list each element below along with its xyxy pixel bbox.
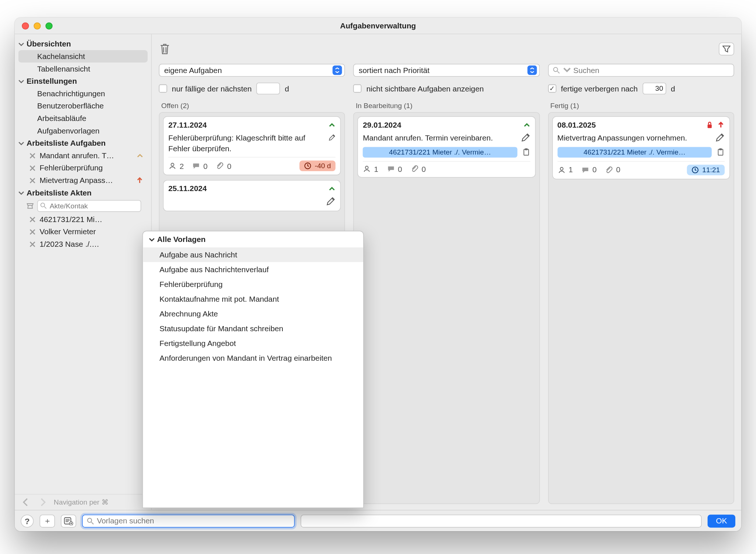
case-tag[interactable]: 4621731/221 Mieter ./. Vermie…: [363, 147, 517, 157]
popup-item[interactable]: Fertigstellung Angebot: [143, 336, 363, 350]
sidebar-item-arbeitsablaeufe[interactable]: Arbeitsabläufe: [18, 112, 148, 125]
assignees-count[interactable]: 2: [168, 162, 184, 170]
column-header: In Bearbeitung (1): [353, 100, 540, 112]
template-search-field[interactable]: [82, 514, 295, 527]
close-icon[interactable]: [29, 228, 36, 235]
popup-item[interactable]: Kontaktaufnahme mit pot. Mandant: [143, 291, 363, 306]
only-due-checkbox[interactable]: [159, 84, 167, 93]
sidebar-item-benutzeroberflaeche[interactable]: Benutzeroberfläche: [18, 100, 148, 112]
task-card[interactable]: 25.11.2024: [163, 180, 341, 211]
attachments-count[interactable]: 0: [410, 165, 426, 173]
column-header: Offen (2): [159, 100, 345, 112]
sidebar-group-arbeitsliste-akten[interactable]: Arbeitsliste Akten: [15, 187, 151, 199]
task-card[interactable]: 08.01.2025 Mietvertrag Anpassungen vorne…: [552, 116, 730, 179]
popup-item[interactable]: Abrechnung Akte: [143, 306, 363, 321]
clipboard-icon[interactable]: [717, 148, 725, 156]
akte-search-input[interactable]: [37, 200, 141, 212]
popup-item[interactable]: Aufgabe aus Nachrichtenverlauf: [143, 262, 363, 277]
task-card[interactable]: 29.01.2024 Mandant anrufen. Termin verei…: [358, 116, 536, 177]
card-date: 08.01.2025: [557, 120, 596, 129]
help-button[interactable]: ?: [21, 514, 34, 527]
sidebar-group-uebersichten[interactable]: Übersichten: [15, 38, 151, 50]
nav-forward-button[interactable]: [37, 497, 48, 508]
attachments-count[interactable]: 0: [605, 165, 621, 174]
sidebar-akte-1-2023[interactable]: 1/2023 Nase ./.…: [18, 238, 148, 250]
sidebar-item-aufgabenvorlagen[interactable]: Aufgabenvorlagen: [18, 125, 148, 137]
sidebar-item-benachrichtigungen[interactable]: Benachrichtigungen: [18, 87, 148, 100]
chevron-up-icon[interactable]: [523, 121, 530, 128]
only-due-days-input[interactable]: [257, 83, 280, 94]
close-icon[interactable]: [29, 240, 36, 247]
filter-icon: [722, 45, 731, 53]
popup-item[interactable]: Anforderungen von Mandant in Vertrag ein…: [143, 350, 363, 365]
popup-item[interactable]: Aufgabe aus Nachricht: [143, 247, 363, 262]
nav-back-button[interactable]: [21, 497, 31, 508]
edit-icon[interactable]: [326, 197, 336, 206]
sort-select[interactable]: sortiert nach Priorität: [353, 64, 540, 77]
sidebar-task-mietvertrag[interactable]: Mietvertrag Anpass…: [18, 174, 148, 187]
window-zoom-button[interactable]: [45, 22, 52, 30]
assignees-count[interactable]: 1: [557, 165, 573, 174]
comments-count[interactable]: 0: [581, 165, 597, 174]
chevron-up-icon[interactable]: [329, 185, 336, 192]
trash-icon[interactable]: [159, 42, 171, 55]
sidebar-item-tabellenansicht[interactable]: Tabellenansicht: [18, 63, 148, 75]
comments-count[interactable]: 0: [386, 165, 402, 173]
task-card[interactable]: 27.11.2024 Fehlerüberprüfung: Klageschri…: [163, 116, 341, 175]
popup-item[interactable]: Fehlerüberprüfung: [143, 277, 363, 291]
assignees-count[interactable]: 1: [363, 165, 378, 173]
popup-header[interactable]: Alle Vorlagen: [143, 231, 363, 247]
edit-icon[interactable]: [329, 133, 336, 142]
add-button[interactable]: ＋: [39, 514, 55, 527]
sidebar-group-arbeitsliste-aufgaben[interactable]: Arbeitsliste Aufgaben: [15, 137, 151, 149]
sidebar-item-kachelansicht[interactable]: Kachelansicht: [18, 50, 148, 63]
chevron-up-icon[interactable]: [329, 121, 336, 128]
svg-rect-7: [708, 125, 712, 128]
filter-select[interactable]: eigene Aufgaben: [159, 64, 345, 77]
lock-icon: [706, 121, 714, 129]
templates-popup: Alle Vorlagen Aufgabe aus NachrichtAufga…: [142, 231, 364, 508]
ok-button[interactable]: OK: [708, 514, 735, 527]
sidebar-task-fehlerueberpruefung[interactable]: Fehlerüberprüfung: [18, 162, 148, 174]
chevron-down-icon: [18, 190, 24, 195]
window-close-button[interactable]: [22, 22, 29, 30]
sidebar-akte-volker[interactable]: Volker Vermieter: [18, 225, 148, 238]
case-tag[interactable]: 4621731/221 Mieter ./. Vermie…: [557, 147, 712, 157]
only-due-label: nur fällige der nächsten: [172, 84, 252, 93]
close-icon[interactable]: [29, 152, 36, 159]
dropdown-caret-icon: [527, 66, 537, 75]
template-search-input[interactable]: [97, 516, 291, 525]
show-hidden-checkbox[interactable]: [353, 84, 361, 93]
popup-item[interactable]: Statusupdate für Mandant schreiben: [143, 321, 363, 336]
sidebar-task-mandant-anrufen[interactable]: Mandant anrufen. T…: [18, 149, 148, 162]
sidebar-akte-4621731[interactable]: 4621731/221 Mi…: [18, 213, 148, 226]
attachments-count[interactable]: 0: [216, 162, 231, 170]
sidebar-group-einstellungen[interactable]: Einstellungen: [15, 75, 151, 87]
chevron-down-icon: [18, 41, 24, 47]
edit-icon[interactable]: [715, 133, 725, 142]
close-icon[interactable]: [29, 216, 36, 223]
svg-point-6: [365, 166, 368, 169]
search-input[interactable]: [573, 66, 730, 75]
sidebar: Übersichten Kachelansicht Tabellenansich…: [15, 34, 152, 510]
template-add-button[interactable]: [61, 514, 76, 527]
hide-done-checkbox[interactable]: [548, 84, 556, 93]
comments-count[interactable]: 0: [192, 162, 207, 170]
bottom-message-field[interactable]: [300, 514, 702, 527]
hide-done-days-input[interactable]: 30: [642, 83, 666, 94]
close-icon[interactable]: [29, 165, 36, 172]
card-text: [168, 197, 171, 207]
close-icon[interactable]: [29, 177, 36, 184]
edit-icon[interactable]: [521, 133, 530, 142]
hide-done-label: fertige verbergen nach: [561, 84, 638, 93]
clipboard-icon[interactable]: [522, 148, 530, 156]
column-body[interactable]: 29.01.2024 Mandant anrufen. Termin verei…: [353, 112, 540, 504]
pin-icon[interactable]: [25, 201, 35, 211]
card-text: Mietvertrag Anpassungen vornehmen.: [557, 133, 687, 143]
window-minimize-button[interactable]: [34, 22, 41, 30]
search-field[interactable]: [548, 64, 734, 77]
column-body[interactable]: 08.01.2025 Mietvertrag Anpassungen vorne…: [548, 112, 734, 504]
filter-button[interactable]: [719, 42, 734, 55]
app-window: Aufgabenverwaltung Übersichten Kachelans…: [15, 18, 741, 531]
dropdown-caret-icon: [333, 66, 342, 75]
